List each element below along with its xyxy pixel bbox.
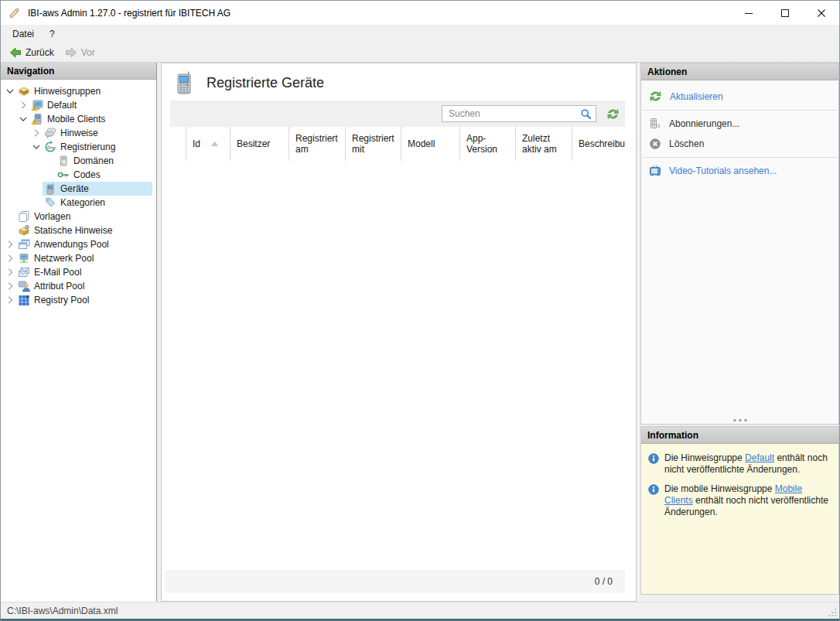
tree-item-hinweisgruppen[interactable]: Hinweisgruppen [1, 84, 156, 98]
panel-splitter-handle[interactable] [733, 419, 746, 421]
actions-panel: Aktionen AktualisierenAbonnierungen...Lö… [640, 63, 839, 425]
tree-item-vorlagen[interactable]: Vorlagen [1, 210, 156, 223]
information-panel: Information Die Hinweisgruppe Default en… [640, 426, 839, 595]
chevron-spacer [4, 210, 16, 223]
chevron-down-icon[interactable] [30, 141, 43, 153]
chevron-spacer [43, 155, 56, 167]
tree-item-label: Statische Hinweise [34, 225, 112, 236]
tree-item-label: Registrierung [60, 142, 115, 152]
forward-arrow-icon [65, 46, 77, 59]
column-header-row-selector[interactable] [165, 127, 186, 161]
action-aktualisieren[interactable]: Aktualisieren [641, 86, 838, 107]
column-header-id[interactable]: Id [186, 127, 230, 161]
column-label: Id [193, 138, 200, 149]
tree-item-registry-pool[interactable]: Registry Pool [1, 293, 156, 307]
info-link-default[interactable]: Default [745, 452, 774, 463]
action-video-tutorials-ansehen[interactable]: Video-Tutorials ansehen... [641, 161, 838, 181]
chevron-right-icon[interactable] [4, 280, 16, 292]
registry-grid-icon [18, 294, 30, 306]
registration-key-icon [44, 141, 56, 153]
tree-item-kategorien[interactable]: Kategorien [1, 196, 156, 210]
action-label: Aktualisieren [670, 91, 723, 102]
chevron-right-icon[interactable] [4, 266, 16, 278]
app-windows-icon [18, 238, 30, 251]
action-label: Löschen [669, 138, 704, 149]
column-header-beschreibung[interactable]: Beschreibung [572, 127, 625, 161]
table-footer: 0 / 0 [165, 570, 625, 593]
menu-item-datei[interactable]: Datei [5, 26, 42, 42]
search-input[interactable] [449, 108, 580, 119]
menu-item-help[interactable]: ? [42, 26, 63, 42]
back-button-label: Zurück [26, 47, 54, 58]
column-label: Beschreibung [579, 138, 625, 149]
chevron-down-icon[interactable] [17, 113, 29, 125]
refresh-button[interactable] [606, 107, 620, 121]
chevron-spacer [30, 183, 43, 195]
column-label: Zuletzt aktiv am [522, 133, 569, 155]
tree-item-e-mail-pool[interactable]: E-Mail Pool [1, 265, 156, 279]
mobile-phone-icon [44, 183, 56, 195]
chevron-right-icon[interactable] [17, 99, 29, 111]
tree-item-mobile-clients[interactable]: Mobile Clients [1, 112, 156, 126]
navigation-panel: Navigation HinweisgruppenDefaultMobile C… [1, 63, 157, 602]
tree-item-attribut-pool[interactable]: Attribut Pool [1, 279, 156, 293]
main-panel: Registrierte Geräte IdBesitzerRegistrier… [161, 63, 637, 602]
user-attribute-icon [18, 280, 30, 292]
back-button[interactable]: Zurück [4, 45, 60, 60]
chevron-spacer [43, 169, 56, 181]
forward-button-label: Vor [81, 47, 95, 58]
column-header-besitzer[interactable]: Besitzer [230, 127, 289, 161]
action-abonnierungen[interactable]: Abonnierungen... [641, 114, 838, 134]
tree-item-domaenen[interactable]: Domänen [1, 154, 156, 168]
resize-grip[interactable] [828, 607, 838, 617]
action-label: Video-Tutorials ansehen... [669, 165, 777, 176]
search-icon[interactable] [580, 108, 592, 120]
subscriptions-icon [649, 118, 661, 130]
speech-bubbles-icon [44, 127, 56, 139]
refresh-icon [649, 90, 662, 103]
right-column: Aktionen AktualisierenAbonnierungen...Lö… [640, 63, 839, 602]
email-icon [18, 266, 30, 278]
tree-item-label: Codes [73, 169, 101, 180]
tree-item-statische-hinweise[interactable]: Statische Hinweise [1, 223, 156, 237]
main-header: Registrierte Geräte [162, 63, 636, 101]
chevron-down-icon[interactable] [4, 85, 16, 97]
minimize-button[interactable] [730, 1, 767, 25]
tree-item-label: E-Mail Pool [34, 267, 81, 278]
action-loeschen[interactable]: Löschen [641, 134, 838, 154]
actions-list: AktualisierenAbonnierungen...LöschenVide… [641, 80, 838, 181]
tree-item-hinweise[interactable]: Hinweise [1, 126, 156, 140]
tree-item-label: Geräte [60, 183, 89, 194]
navigation-toolbar: Zurück Vor [1, 43, 839, 63]
column-header-modell[interactable]: Modell [401, 127, 460, 161]
chevron-right-icon[interactable] [4, 238, 16, 251]
close-button[interactable] [803, 1, 839, 25]
column-label: Registriert mit [352, 133, 398, 155]
maximize-button[interactable] [767, 1, 803, 25]
tree-item-label: Anwendungs Pool [34, 239, 109, 250]
action-label: Abonnierungen... [669, 118, 739, 129]
forward-button[interactable]: Vor [60, 45, 101, 60]
tree-item-anwendungs-pool[interactable]: Anwendungs Pool [1, 237, 156, 251]
tree-item-codes[interactable]: Codes [1, 168, 156, 182]
tree-item-geraete[interactable]: Geräte [1, 182, 156, 196]
tree-item-default[interactable]: Default [1, 98, 156, 112]
chevron-right-icon[interactable] [30, 127, 43, 139]
tree-item-registrierung[interactable]: Registrierung [1, 140, 156, 154]
column-header-zuletzt-aktiv-am[interactable]: Zuletzt aktiv am [516, 127, 572, 161]
tree-item-label: Default [47, 100, 77, 111]
actions-separator [643, 157, 837, 158]
app-logo-icon [9, 7, 21, 19]
info-message-text: Die Hinweisgruppe Default enthält noch n… [664, 452, 832, 476]
information-body: Die Hinweisgruppe Default enthält noch n… [641, 444, 838, 594]
chevron-right-icon[interactable] [4, 294, 16, 306]
column-header-registriert-am[interactable]: Registriert am [289, 127, 346, 161]
statusbar: C:\IBI-aws\Admin\Data.xml [1, 602, 839, 619]
column-header-registriert-mit[interactable]: Registriert mit [346, 127, 401, 161]
tree-item-netzwerk-pool[interactable]: Netzwerk Pool [1, 251, 156, 265]
column-header-app-version[interactable]: App-Version [460, 127, 516, 161]
main-toolbar [170, 101, 625, 127]
box-gear-icon [18, 224, 30, 237]
menubar: Datei ? [1, 25, 839, 43]
chevron-right-icon[interactable] [4, 252, 16, 264]
